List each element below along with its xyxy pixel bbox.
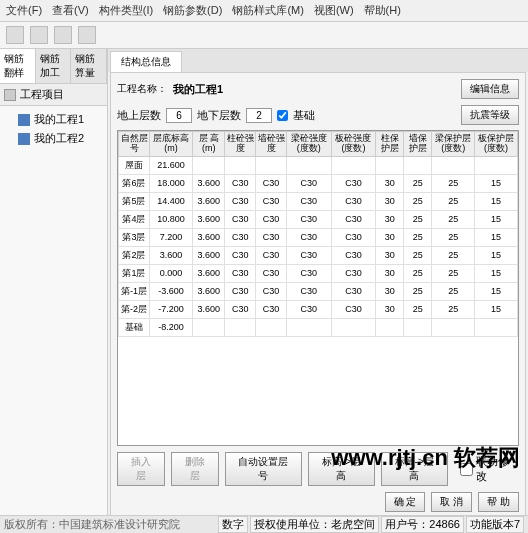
toolbar-button[interactable] (30, 26, 48, 44)
table-cell[interactable]: 30 (376, 300, 404, 318)
table-row[interactable]: 第5层14.4003.600C30C30C30C3030252515 (119, 192, 518, 210)
table-cell[interactable]: 3.600 (193, 300, 225, 318)
table-cell[interactable]: C30 (286, 210, 331, 228)
table-cell[interactable]: 25 (432, 192, 475, 210)
table-cell[interactable]: C30 (331, 282, 376, 300)
table-cell[interactable]: C30 (286, 246, 331, 264)
table-cell[interactable]: 30 (376, 228, 404, 246)
table-cell[interactable]: 30 (376, 264, 404, 282)
toolbar-button[interactable] (6, 26, 24, 44)
table-cell[interactable]: C30 (225, 210, 256, 228)
table-cell[interactable]: C30 (286, 300, 331, 318)
table-row[interactable]: 第4层10.8003.600C30C30C30C3030252515 (119, 210, 518, 228)
table-cell[interactable]: 屋面 (119, 156, 150, 174)
cancel-button[interactable]: 取 消 (431, 492, 472, 512)
table-row[interactable]: 第-1层-3.6003.600C30C30C30C3030252515 (119, 282, 518, 300)
table-cell[interactable]: 3.600 (193, 192, 225, 210)
table-cell[interactable]: C30 (225, 246, 256, 264)
table-cell[interactable]: -7.200 (150, 300, 193, 318)
table-cell[interactable]: C30 (331, 228, 376, 246)
table-cell[interactable]: 第6层 (119, 174, 150, 192)
help-button[interactable]: 帮 助 (478, 492, 519, 512)
table-cell[interactable]: C30 (225, 300, 256, 318)
table-cell[interactable]: 15 (475, 174, 518, 192)
table-cell[interactable]: 30 (376, 282, 404, 300)
table-cell[interactable] (475, 156, 518, 174)
table-cell[interactable]: C30 (331, 300, 376, 318)
toolbar-button[interactable] (78, 26, 96, 44)
table-cell[interactable]: -3.600 (150, 282, 193, 300)
table-row[interactable]: 第-2层-7.2003.600C30C30C30C3030252515 (119, 300, 518, 318)
table-cell[interactable]: 25 (404, 210, 432, 228)
insert-floor-button[interactable]: 插入层 (117, 452, 165, 486)
table-cell[interactable]: C30 (331, 174, 376, 192)
table-cell[interactable]: C30 (256, 192, 287, 210)
table-cell[interactable] (404, 318, 432, 336)
table-cell[interactable]: 15 (475, 246, 518, 264)
table-cell[interactable]: C30 (256, 264, 287, 282)
table-cell[interactable] (225, 318, 256, 336)
table-row[interactable]: 第2层3.6003.600C30C30C30C3030252515 (119, 246, 518, 264)
table-cell[interactable]: 25 (404, 300, 432, 318)
menu-item[interactable]: 文件(F) (6, 3, 42, 18)
below-floors-input[interactable] (246, 108, 272, 123)
menu-item[interactable]: 视图(W) (314, 3, 354, 18)
table-cell[interactable]: 14.400 (150, 192, 193, 210)
table-cell[interactable]: C30 (286, 174, 331, 192)
table-cell[interactable]: -8.200 (150, 318, 193, 336)
table-cell[interactable]: C30 (256, 174, 287, 192)
table-cell[interactable]: 25 (404, 228, 432, 246)
table-cell[interactable]: C30 (225, 282, 256, 300)
table-cell[interactable]: 25 (432, 174, 475, 192)
table-cell[interactable] (225, 156, 256, 174)
table-cell[interactable] (475, 318, 518, 336)
table-cell[interactable]: 21.600 (150, 156, 193, 174)
delete-floor-button[interactable]: 删除层 (171, 452, 219, 486)
table-cell[interactable]: 25 (404, 174, 432, 192)
floor-table[interactable]: 自然层号层底标高(m)层 高(m)柱砼强度墙砼强度梁砼强度(度数)板砼强度(度数… (118, 131, 518, 337)
table-cell[interactable]: 10.800 (150, 210, 193, 228)
table-cell[interactable]: C30 (225, 174, 256, 192)
table-cell[interactable]: 25 (404, 246, 432, 264)
toolbar-button[interactable] (54, 26, 72, 44)
table-cell[interactable]: 第-2层 (119, 300, 150, 318)
table-cell[interactable]: 25 (432, 282, 475, 300)
table-cell[interactable] (193, 156, 225, 174)
table-cell[interactable] (432, 318, 475, 336)
seismic-level-button[interactable]: 抗震等级 (461, 105, 519, 125)
table-cell[interactable]: 3.600 (150, 246, 193, 264)
table-cell[interactable] (286, 318, 331, 336)
table-cell[interactable]: 25 (432, 300, 475, 318)
table-cell[interactable]: 3.600 (193, 264, 225, 282)
table-cell[interactable]: 第-1层 (119, 282, 150, 300)
table-cell[interactable]: 0.000 (150, 264, 193, 282)
table-cell[interactable]: 30 (376, 210, 404, 228)
table-row[interactable]: 第3层7.2003.600C30C30C30C3030252515 (119, 228, 518, 246)
table-cell[interactable]: 25 (432, 228, 475, 246)
table-cell[interactable]: C30 (331, 246, 376, 264)
table-cell[interactable] (256, 156, 287, 174)
table-cell[interactable]: C30 (331, 192, 376, 210)
table-cell[interactable]: 15 (475, 264, 518, 282)
table-row[interactable]: 第6层18.0003.600C30C30C30C3030252515 (119, 174, 518, 192)
table-cell[interactable]: 3.600 (193, 228, 225, 246)
table-cell[interactable]: C30 (331, 264, 376, 282)
table-cell[interactable]: 15 (475, 210, 518, 228)
above-floors-input[interactable] (166, 108, 192, 123)
edit-info-button[interactable]: 编辑信息 (461, 79, 519, 99)
table-cell[interactable]: 7.200 (150, 228, 193, 246)
table-cell[interactable]: C30 (286, 192, 331, 210)
table-cell[interactable]: C30 (256, 300, 287, 318)
auto-number-button[interactable]: 自动设置层号 (225, 452, 303, 486)
table-cell[interactable]: 15 (475, 300, 518, 318)
tab-structure-info[interactable]: 结构总信息 (110, 51, 182, 72)
foundation-checkbox[interactable] (277, 110, 288, 121)
ok-button[interactable]: 确 定 (385, 492, 426, 512)
table-cell[interactable] (286, 156, 331, 174)
table-cell[interactable]: 30 (376, 246, 404, 264)
table-cell[interactable]: 3.600 (193, 210, 225, 228)
table-cell[interactable]: 25 (432, 246, 475, 264)
table-cell[interactable]: 30 (376, 174, 404, 192)
left-tab[interactable]: 钢筋翻样 (0, 49, 36, 83)
table-cell[interactable]: 15 (475, 192, 518, 210)
